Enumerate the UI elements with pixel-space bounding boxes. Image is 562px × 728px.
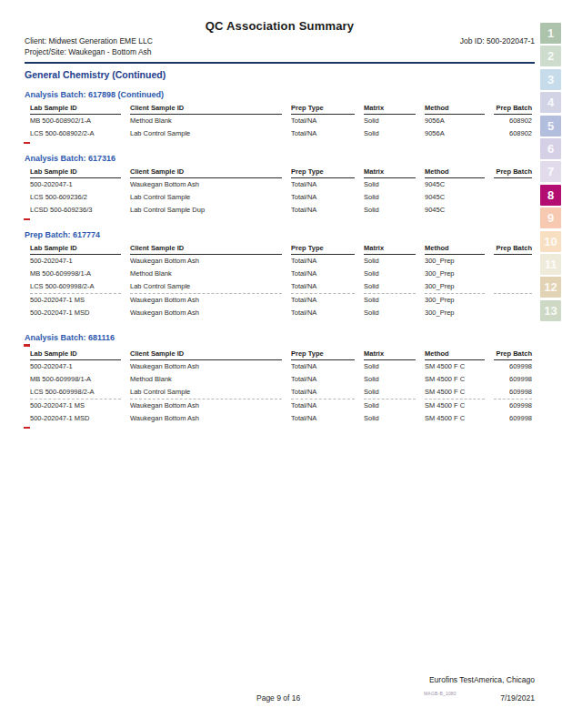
cell-lab-sample-id: 500-202047-1 MS [30,293,121,307]
cell-client-sample-id: Waukegan Bottom Ash [130,293,282,307]
page-section-tab[interactable]: 13 [540,300,561,321]
cell-client-sample-id: Lab Control Sample Dup [130,204,282,217]
table-row: MB 500-608902/1-A Method Blank Total/NA … [30,115,532,127]
col-client-sample-id: Client Sample ID [130,244,282,255]
cell-lab-sample-id: LCS 500-609998/2-A [30,280,121,293]
table-row: 500-202047-1 MSD Waukegan Bottom Ash Tot… [30,307,532,319]
col-prep-type: Prep Type [291,349,355,360]
cell-prep-batch: 608902 [494,115,532,127]
cell-method: 300_Prep [425,268,485,280]
table-header-row: Lab Sample ID Client Sample ID Prep Type… [30,244,532,255]
batch-heading: Analysis Batch: 617898 (Continued) [25,90,535,99]
cell-prep-batch: 609998 [494,399,532,412]
cell-method: 300_Prep [425,307,485,319]
col-lab-sample-id: Lab Sample ID [30,244,121,255]
cell-method: 300_Prep [425,293,485,307]
batch-heading: Analysis Batch: 617316 [25,154,535,163]
page-section-tab[interactable]: 4 [540,92,561,113]
document-page: 12345678910111213 QC Association Summary… [0,0,562,728]
cell-matrix: Solid [364,307,416,319]
cell-client-sample-id: Waukegan Bottom Ash [130,178,282,191]
cell-method: 300_Prep [425,255,485,268]
page-section-tab[interactable]: 5 [540,116,561,136]
page-section-tab[interactable]: 9 [540,207,561,228]
table-row: LCSD 500-609236/3 Lab Control Sample Dup… [30,204,532,217]
red-annotation-mark [24,142,30,144]
cell-method: 9045C [425,191,485,204]
cell-lab-sample-id: 500-202047-1 [30,178,121,191]
page-section-tab[interactable]: 8 [540,185,561,206]
cell-client-sample-id: Lab Control Sample [130,127,282,140]
cell-prep-batch [494,307,532,319]
cell-matrix: Solid [364,255,416,268]
page-section-tab[interactable]: 10 [540,231,561,252]
table-row: MB 500-609998/1-A Method Blank Total/NA … [30,373,532,386]
col-prep-batch: Prep Batch [494,167,532,178]
cell-client-sample-id: Lab Control Sample [130,386,282,399]
cell-matrix: Solid [364,399,416,412]
cell-prep-batch: 608902 [494,127,532,140]
col-method: Method [425,244,485,255]
cell-lab-sample-id: 500-202047-1 MS [30,399,121,412]
cell-matrix: Solid [364,268,416,280]
cell-lab-sample-id: 500-202047-1 MSD [30,412,121,425]
table-row: LCS 500-609998/2-A Lab Control Sample To… [30,280,532,293]
page-title: QC Association Summary [25,0,535,33]
table-header-row: Lab Sample ID Client Sample ID Prep Type… [30,167,532,178]
cell-prep-type: Total/NA [291,268,355,280]
cell-lab-sample-id: 500-202047-1 [30,255,121,268]
batch-section: Prep Batch: 617774 Lab Sample ID Client … [25,230,535,319]
page-section-tab[interactable]: 7 [540,161,561,182]
col-lab-sample-id: Lab Sample ID [30,104,121,115]
cell-prep-batch: 609998 [494,412,532,425]
col-prep-batch: Prep Batch [494,244,532,255]
cell-client-sample-id: Lab Control Sample [130,191,282,204]
col-method: Method [425,349,485,360]
col-client-sample-id: Client Sample ID [130,349,282,360]
col-prep-type: Prep Type [291,244,355,255]
col-prep-batch: Prep Batch [494,104,532,115]
col-prep-type: Prep Type [291,167,355,178]
cell-matrix: Solid [364,360,416,373]
qc-association-table: Lab Sample ID Client Sample ID Prep Type… [21,349,541,425]
page-section-tab[interactable]: 3 [540,69,561,90]
footer-page-number: Page 9 of 16 [256,693,300,703]
col-matrix: Matrix [364,104,416,115]
qc-association-table: Lab Sample ID Client Sample ID Prep Type… [21,244,541,319]
cell-lab-sample-id: LCS 500-608902/2-A [30,127,121,140]
cell-prep-type: Total/NA [291,293,355,307]
table-row: LCS 500-609236/2 Lab Control Sample Tota… [30,191,532,204]
cell-client-sample-id: Waukegan Bottom Ash [130,399,282,412]
cell-prep-type: Total/NA [291,127,355,140]
red-annotation-mark [24,344,30,346]
cell-client-sample-id: Waukegan Bottom Ash [130,360,282,373]
col-prep-type: Prep Type [291,104,355,115]
cell-lab-sample-id: LCSD 500-609236/3 [30,204,121,217]
cell-prep-type: Total/NA [291,178,355,191]
table-row: LCS 500-608902/2-A Lab Control Sample To… [30,127,532,140]
col-client-sample-id: Client Sample ID [130,167,282,178]
col-client-sample-id: Client Sample ID [130,104,282,115]
page-section-tab[interactable]: 2 [540,46,561,66]
cell-prep-type: Total/NA [291,412,355,425]
cell-prep-batch: 609998 [494,373,532,386]
page-section-tab[interactable]: 11 [540,254,561,275]
qc-association-table: Lab Sample ID Client Sample ID Prep Type… [21,104,541,140]
cell-prep-type: Total/NA [291,360,355,373]
cell-lab-sample-id: MB 500-608902/1-A [30,115,121,127]
cell-client-sample-id: Method Blank [130,373,282,386]
page-section-tab[interactable]: 6 [540,138,561,159]
cell-prep-type: Total/NA [291,386,355,399]
cell-method: 9045C [425,178,485,191]
page-section-tab[interactable]: 1 [540,23,561,44]
cell-prep-batch: 609998 [494,360,532,373]
cell-prep-batch [494,280,532,293]
cell-matrix: Solid [364,191,416,204]
cell-client-sample-id: Waukegan Bottom Ash [130,255,282,268]
batch-section: Analysis Batch: 617898 (Continued) Lab S… [25,90,535,144]
page-section-tab[interactable]: 12 [540,277,561,298]
cell-matrix: Solid [364,204,416,217]
cell-prep-type: Total/NA [291,280,355,293]
col-prep-batch: Prep Batch [494,349,532,360]
cell-client-sample-id: Method Blank [130,115,282,127]
